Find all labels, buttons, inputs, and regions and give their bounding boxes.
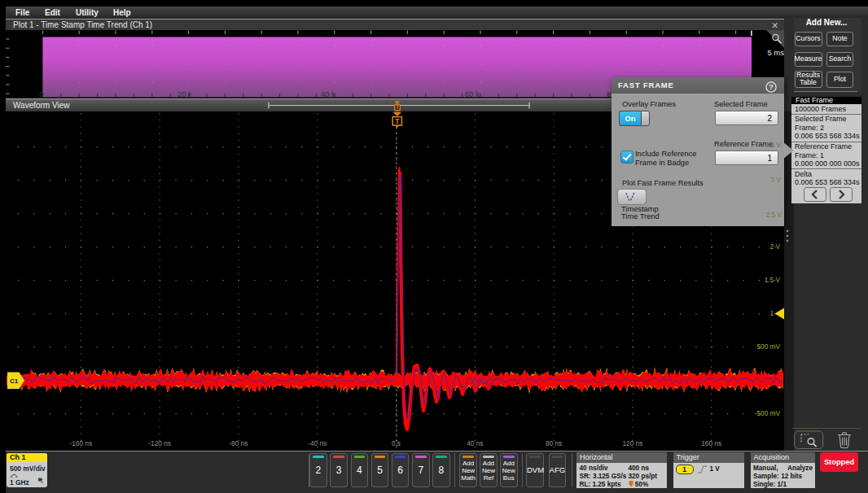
svg-text:160 ns: 160 ns xyxy=(701,439,721,447)
svg-text:0: 0 xyxy=(39,89,43,98)
svg-text:-120 ns: -120 ns xyxy=(148,439,171,447)
svg-text:40 ns: 40 ns xyxy=(467,439,483,447)
svg-text:-40 ns: -40 ns xyxy=(308,439,327,447)
svg-text:40 k: 40 k xyxy=(321,89,335,98)
svg-text:-80 ns: -80 ns xyxy=(229,439,248,447)
svg-text:?: ? xyxy=(769,82,774,91)
svg-text:1.5 V: 1.5 V xyxy=(765,276,781,284)
svg-text:5 ms: 5 ms xyxy=(767,48,784,57)
svg-text:20 k: 20 k xyxy=(178,89,192,98)
svg-text:T: T xyxy=(396,104,399,110)
svg-text:C1: C1 xyxy=(10,377,19,385)
svg-text:120 ns: 120 ns xyxy=(622,439,642,447)
svg-text:500 mV: 500 mV xyxy=(756,342,780,351)
svg-text:80 ns: 80 ns xyxy=(546,439,562,447)
svg-text:0 s: 0 s xyxy=(392,439,401,447)
svg-text:-160 ns: -160 ns xyxy=(69,439,92,447)
svg-text:1: 1 xyxy=(769,309,774,317)
svg-text:60 k: 60 k xyxy=(465,89,480,98)
svg-text:-500 mV: -500 mV xyxy=(755,409,781,417)
svg-text:T: T xyxy=(395,117,400,125)
svg-text:2 V: 2 V xyxy=(770,242,781,251)
